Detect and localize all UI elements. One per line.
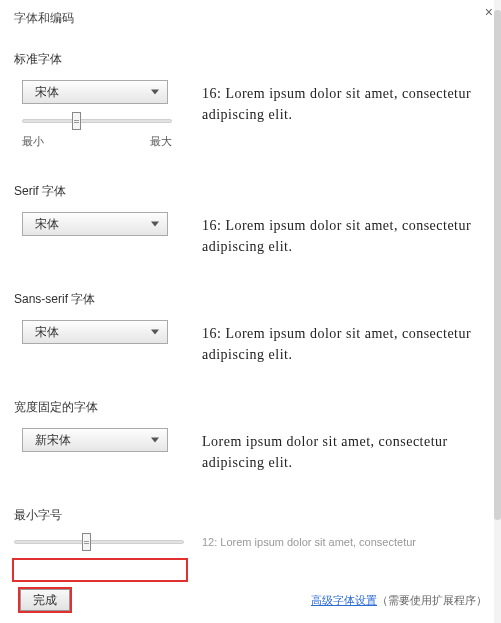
- page-title: 字体和编码: [14, 10, 487, 27]
- chevron-down-icon: [151, 90, 159, 95]
- sans-serif-font-preview: 16: Lorem ipsum dolor sit amet, consecte…: [202, 323, 487, 365]
- select-value: 宋体: [35, 216, 59, 233]
- section-standard-font: 标准字体 宋体 最小 最大 1: [14, 51, 487, 149]
- slider-thumb[interactable]: [82, 533, 91, 551]
- section-label: Serif 字体: [14, 183, 487, 200]
- serif-font-select[interactable]: 宋体: [22, 212, 168, 236]
- serif-font-preview: 16: Lorem ipsum dolor sit amet, consecte…: [202, 215, 487, 257]
- highlight-annotation: [12, 558, 188, 582]
- fixed-width-font-preview: Lorem ipsum dolor sit amet, consectetur …: [202, 431, 487, 473]
- done-button[interactable]: 完成: [20, 589, 70, 611]
- section-label: Sans-serif 字体: [14, 291, 487, 308]
- scrollbar[interactable]: [494, 0, 501, 623]
- chevron-down-icon: [151, 438, 159, 443]
- scrollbar-thumb[interactable]: [494, 10, 501, 520]
- fixed-width-font-select[interactable]: 新宋体: [22, 428, 168, 452]
- section-label: 最小字号: [14, 507, 487, 524]
- select-value: 新宋体: [35, 432, 71, 449]
- chevron-down-icon: [151, 330, 159, 335]
- section-sans-serif-font: Sans-serif 字体 宋体 16: Lorem ipsum dolor s…: [14, 291, 487, 365]
- advanced-font-settings-link[interactable]: 高级字体设置: [311, 594, 377, 606]
- minimum-font-size-slider[interactable]: [14, 537, 184, 547]
- footer: 完成 高级字体设置（需要使用扩展程序）: [0, 589, 501, 611]
- chevron-down-icon: [151, 222, 159, 227]
- settings-page: 字体和编码 标准字体 宋体 最小 最大: [0, 0, 501, 548]
- section-label: 宽度固定的字体: [14, 399, 487, 416]
- close-icon[interactable]: ×: [485, 4, 493, 20]
- standard-font-size-slider[interactable]: [22, 116, 172, 126]
- section-minimum-font-size: 最小字号 12: Lorem ipsum dolor sit amet, con…: [14, 507, 487, 548]
- standard-font-preview: 16: Lorem ipsum dolor sit amet, consecte…: [202, 83, 487, 125]
- section-fixed-width-font: 宽度固定的字体 新宋体 Lorem ipsum dolor sit amet, …: [14, 399, 487, 473]
- sans-serif-font-select[interactable]: 宋体: [22, 320, 168, 344]
- slider-min-label: 最小: [22, 134, 44, 149]
- footer-note: 高级字体设置（需要使用扩展程序）: [311, 593, 487, 608]
- section-label: 标准字体: [14, 51, 487, 68]
- standard-font-select[interactable]: 宋体: [22, 80, 168, 104]
- section-serif-font: Serif 字体 宋体 16: Lorem ipsum dolor sit am…: [14, 183, 487, 257]
- select-value: 宋体: [35, 84, 59, 101]
- select-value: 宋体: [35, 324, 59, 341]
- slider-thumb[interactable]: [72, 112, 81, 130]
- slider-max-label: 最大: [150, 134, 172, 149]
- footer-note-text: （需要使用扩展程序）: [377, 594, 487, 606]
- minimum-font-size-preview: 12: Lorem ipsum dolor sit amet, consecte…: [202, 536, 487, 548]
